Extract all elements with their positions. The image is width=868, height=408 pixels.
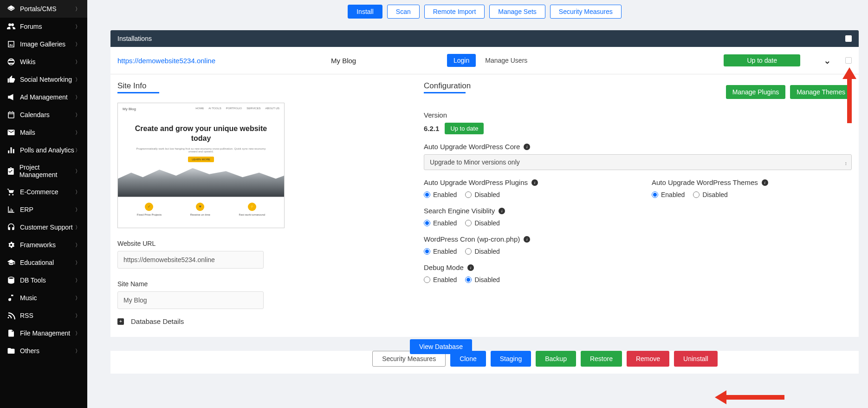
sidebar: Portals/CMS〉 Forums〉 Image Galleries〉 Wi… bbox=[0, 0, 87, 408]
sidebar-item-label: File Management bbox=[20, 329, 70, 337]
remove-button[interactable]: Remove bbox=[627, 351, 669, 367]
staging-button[interactable]: Staging bbox=[491, 351, 531, 367]
rss-icon bbox=[7, 311, 15, 320]
status-badge: Up to date bbox=[724, 54, 800, 66]
sidebar-item-label: DB Tools bbox=[20, 276, 46, 284]
sidebar-item-frameworks[interactable]: Frameworks〉 bbox=[0, 236, 87, 254]
chevron-right-icon: 〉 bbox=[75, 94, 80, 101]
sidebar-item-label: Calendars bbox=[20, 111, 50, 118]
manage-users-link[interactable]: Manage Users bbox=[485, 57, 527, 64]
megaphone-icon bbox=[7, 93, 15, 101]
chevron-right-icon: 〉 bbox=[75, 330, 80, 337]
tab-scan[interactable]: Scan bbox=[387, 5, 420, 19]
thumbs-up-icon bbox=[7, 75, 15, 84]
sidebar-item-label: Polls and Analytics bbox=[20, 146, 74, 154]
tab-install[interactable]: Install bbox=[348, 5, 382, 19]
details-panel: Site Info My Blog HOME AI TOOLS PORTFOLI… bbox=[110, 74, 859, 337]
tab-manage-sets[interactable]: Manage Sets bbox=[489, 5, 545, 19]
sidebar-item-ads[interactable]: Ad Management〉 bbox=[0, 88, 87, 106]
chevron-right-icon: 〉 bbox=[75, 41, 80, 48]
plus-icon: + bbox=[117, 318, 124, 325]
radio-plugins-enabled[interactable]: Enabled bbox=[424, 191, 457, 198]
sidebar-item-mails[interactable]: Mails〉 bbox=[0, 124, 87, 141]
install-url[interactable]: https://demowebsite5234.online bbox=[117, 57, 322, 65]
sidebar-item-galleries[interactable]: Image Galleries〉 bbox=[0, 35, 87, 53]
info-icon[interactable]: i bbox=[762, 179, 768, 186]
sidebar-item-calendars[interactable]: Calendars〉 bbox=[0, 106, 87, 124]
collapse-icon[interactable] bbox=[845, 35, 852, 42]
chart-icon bbox=[7, 205, 15, 214]
image-icon bbox=[7, 40, 15, 48]
sidebar-item-music[interactable]: Music〉 bbox=[0, 289, 87, 307]
database-details-toggle[interactable]: + Database Details bbox=[117, 317, 405, 325]
sidebar-item-wikis[interactable]: Wikis〉 bbox=[0, 53, 87, 71]
info-icon[interactable]: i bbox=[499, 208, 505, 214]
radio-themes-disabled[interactable]: Disabled bbox=[693, 191, 727, 198]
debug-label: Debug Mode bbox=[424, 263, 464, 271]
chevron-right-icon: 〉 bbox=[75, 295, 80, 302]
chevron-right-icon: 〉 bbox=[75, 277, 80, 284]
site-name-input[interactable] bbox=[117, 291, 264, 309]
configuration-section: Configuration Manage Plugins Manage Them… bbox=[424, 81, 852, 325]
select-checkbox[interactable] bbox=[845, 57, 852, 64]
preview-nav: HOME AI TOOLS PORTFOLIO SERVICES ABOUT U… bbox=[195, 107, 279, 111]
sidebar-item-erp[interactable]: ERP〉 bbox=[0, 201, 87, 218]
music-icon bbox=[7, 294, 15, 302]
info-icon[interactable]: i bbox=[524, 236, 530, 243]
login-button[interactable]: Login bbox=[447, 54, 476, 67]
manage-themes-button[interactable]: Manage Themes bbox=[790, 85, 852, 99]
info-icon[interactable]: i bbox=[531, 179, 538, 186]
sidebar-item-support[interactable]: Customer Support〉 bbox=[0, 218, 87, 236]
sidebar-item-dbtools[interactable]: DB Tools〉 bbox=[0, 271, 87, 289]
sidebar-item-forums[interactable]: Forums〉 bbox=[0, 18, 87, 35]
sidebar-item-ecommerce[interactable]: E-Commerce〉 bbox=[0, 183, 87, 201]
chevron-down-icon[interactable]: ⌄ bbox=[823, 55, 831, 66]
restore-button[interactable]: Restore bbox=[581, 351, 622, 367]
radio-plugins-disabled[interactable]: Disabled bbox=[465, 191, 499, 198]
radio-search-enabled[interactable]: Enabled bbox=[424, 219, 457, 227]
radio-debug-disabled[interactable]: Disabled bbox=[465, 276, 499, 283]
version-value: 6.2.1 bbox=[424, 125, 439, 132]
radio-cron-disabled[interactable]: Disabled bbox=[465, 248, 499, 255]
radio-cron-enabled[interactable]: Enabled bbox=[424, 248, 457, 255]
main-content: Install Scan Remote Import Manage Sets S… bbox=[87, 0, 868, 408]
chevron-right-icon: 〉 bbox=[75, 59, 80, 66]
uninstall-button[interactable]: Uninstall bbox=[674, 351, 718, 367]
radio-search-disabled[interactable]: Disabled bbox=[465, 219, 499, 227]
sidebar-item-filemgmt[interactable]: File Management〉 bbox=[0, 324, 87, 342]
sidebar-item-project[interactable]: Project Management〉 bbox=[0, 159, 87, 183]
sidebar-item-polls[interactable]: Polls and Analytics〉 bbox=[0, 141, 87, 159]
preview-blog-title: My Blog bbox=[123, 107, 136, 111]
sidebar-item-label: Portals/CMS bbox=[20, 5, 57, 13]
view-database-button[interactable]: View Database bbox=[410, 339, 472, 354]
installations-title: Installations bbox=[117, 35, 152, 42]
preview-hero-title: Create and grow your unique website toda… bbox=[132, 124, 270, 144]
info-icon[interactable]: i bbox=[467, 264, 474, 271]
sidebar-item-label: Wikis bbox=[20, 58, 35, 66]
sidebar-item-educational[interactable]: Educational〉 bbox=[0, 254, 87, 271]
search-visibility-label: Search Engine Visiblity bbox=[424, 207, 495, 215]
info-icon[interactable]: i bbox=[524, 144, 530, 150]
sidebar-item-label: Educational bbox=[20, 259, 54, 266]
manage-plugins-button[interactable]: Manage Plugins bbox=[726, 85, 785, 99]
sidebar-item-portals[interactable]: Portals/CMS〉 bbox=[0, 0, 87, 18]
sidebar-item-others[interactable]: Others〉 bbox=[0, 342, 87, 360]
radio-debug-enabled[interactable]: Enabled bbox=[424, 276, 457, 283]
radio-themes-enabled[interactable]: Enabled bbox=[652, 191, 685, 198]
graduation-icon bbox=[7, 258, 15, 267]
preview-mountain-image bbox=[118, 167, 284, 197]
cron-label: WordPress Cron (wp-cron.php) bbox=[424, 235, 520, 243]
upgrade-core-select[interactable]: Upgrade to Minor versions only bbox=[424, 154, 852, 170]
configuration-title: Configuration bbox=[424, 81, 471, 91]
sidebar-item-social[interactable]: Social Networking〉 bbox=[0, 71, 87, 88]
website-url-input[interactable] bbox=[117, 251, 264, 269]
backup-button[interactable]: Backup bbox=[536, 351, 576, 367]
installation-row: https://demowebsite5234.online My Blog L… bbox=[110, 47, 859, 74]
sidebar-item-label: Image Galleries bbox=[20, 40, 65, 48]
tab-security-measures[interactable]: Security Measures bbox=[550, 5, 622, 19]
chevron-right-icon: 〉 bbox=[75, 23, 80, 30]
tab-remote-import[interactable]: Remote Import bbox=[424, 5, 485, 19]
sidebar-item-rss[interactable]: RSS〉 bbox=[0, 307, 87, 324]
site-name-label: Site Name bbox=[117, 280, 405, 288]
gear-icon bbox=[7, 241, 15, 249]
